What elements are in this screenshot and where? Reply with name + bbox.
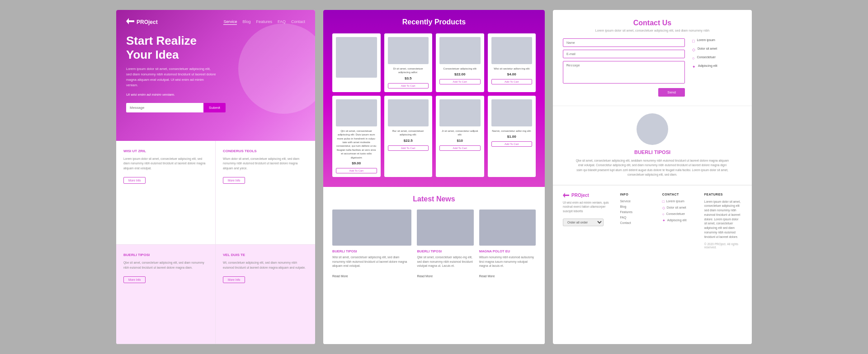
product-card-3: Wisi sit sectetur adlsm-ing elit $4.00 A… bbox=[488, 33, 536, 92]
feature-btn-2[interactable]: More Info bbox=[123, 276, 146, 283]
feature-btn-3[interactable]: More Info bbox=[223, 276, 245, 283]
news-item-2: MAGNA POLOT EU Wlsum nonummy nibh euismo… bbox=[479, 210, 536, 279]
svg-marker-0 bbox=[126, 18, 134, 24]
news-text-1: Qbe sit amet, consectetuer adipisc-ing e… bbox=[417, 255, 473, 268]
hero-italic: Ut wisi enim ad minim veniam. bbox=[126, 93, 305, 97]
footer-contact-icon-3: ✦ bbox=[662, 219, 665, 223]
feature-title-1: CONDERUS TEOLS bbox=[223, 149, 308, 153]
feature-title-2: BUERLI TIPOSI bbox=[123, 253, 208, 257]
feature-desc-0: Lorem ipsum dolor sit amet, consectetuer… bbox=[123, 157, 208, 171]
feature-btn-1[interactable]: More Info bbox=[223, 177, 245, 184]
news-readmore-0[interactable]: Read More bbox=[332, 275, 348, 278]
product-image-3 bbox=[491, 37, 533, 64]
footer-contact-item-1: ◇ Dolor sit amet bbox=[662, 206, 700, 210]
nav-blog[interactable]: Blog bbox=[242, 19, 250, 25]
nav-contact[interactable]: Contact bbox=[291, 19, 305, 25]
footer-contact-title: CONTACT bbox=[662, 193, 700, 196]
footer-info-link-1[interactable]: Blog bbox=[620, 205, 657, 208]
footer-logo-text: PROject bbox=[571, 193, 589, 198]
products-title: Recently Products bbox=[332, 18, 536, 26]
feature-desc-3: Wt, consectetuer adipiscing elit, sed di… bbox=[223, 261, 308, 270]
footer-info-link-0[interactable]: Service bbox=[620, 200, 657, 203]
news-text-2: Wlsum nonummy nibh euismod aulsuismy tin… bbox=[479, 255, 536, 268]
contact-message-input[interactable] bbox=[563, 61, 685, 84]
product-price-6: $10 bbox=[457, 139, 463, 143]
footer-contact-text-2: Consectetuer bbox=[666, 212, 685, 215]
footer-info-link-2[interactable]: Features bbox=[620, 210, 657, 214]
contact-form: Send bbox=[563, 38, 685, 97]
product-card-0 bbox=[332, 33, 381, 92]
product-addcart-7[interactable]: Add To Cart bbox=[491, 141, 533, 147]
footer-col-features: FEATURES Lorem ipsum dolor sit amet, con… bbox=[704, 193, 742, 337]
footer-contact-item-0: □ Lorem ipsum bbox=[662, 200, 700, 204]
contact-email-input[interactable] bbox=[563, 50, 685, 58]
profile-desc: Qbe sit amet, consectetuer adipiscing el… bbox=[576, 158, 729, 177]
product-card-2: Consectetuer adipiscing elit $22.00 Add … bbox=[436, 33, 484, 92]
product-card-5: Bur sit amet, consectetuer adipiscing el… bbox=[384, 96, 433, 177]
news-readmore-2[interactable]: Read More bbox=[479, 275, 495, 278]
product-addcart-3[interactable]: Add To Cart bbox=[491, 79, 533, 84]
hero-section: PROject Service Blog Features FAQ Contac… bbox=[116, 10, 315, 141]
svg-marker-1 bbox=[563, 193, 569, 198]
nav-features[interactable]: Features bbox=[256, 19, 272, 25]
product-addcart-4[interactable]: Add To Cart bbox=[336, 168, 377, 173]
product-desc-7: Narret, consectetur adlor-ing elit: bbox=[492, 129, 531, 133]
profile-name: BUERLI TIPOSI bbox=[634, 149, 670, 155]
contact-info-0: □ Lorem ipsum bbox=[692, 38, 742, 43]
product-card-4: Qin sit amet, consectetuer adipiscing el… bbox=[332, 96, 381, 177]
news-category-1: BUERLI TIPOSI bbox=[417, 249, 473, 253]
news-image-0 bbox=[332, 210, 411, 246]
contact-subtitle: Lorem ipsum dolor sit amet, consectetuer… bbox=[563, 29, 742, 32]
news-category-2: MAGNA POLOT EU bbox=[479, 249, 536, 253]
product-desc-5: Bur sit amet, consectetuer adipiscing el… bbox=[388, 129, 429, 137]
product-desc-6: Ji sit amet, consectetur adlpsk elit: bbox=[439, 129, 481, 137]
footer-copyright: © 2020 PROject. All rights reserved. bbox=[704, 242, 742, 249]
contact-info-text-2: Consectetuer bbox=[697, 56, 716, 59]
news-image-1 bbox=[417, 210, 473, 246]
contact-send-button[interactable]: Send bbox=[658, 88, 685, 97]
footer-features-title: FEATURES bbox=[704, 193, 742, 196]
logo-text: PROject bbox=[137, 19, 158, 25]
footer-contact-icon-0: □ bbox=[662, 200, 665, 204]
footer-contact-icon-2: ○ bbox=[662, 212, 665, 216]
contact-info-2: ○ Consectetuer bbox=[692, 56, 742, 61]
feature-item-1: CONDERUS TEOLS Wlum dolor sit amet, cons… bbox=[216, 141, 315, 245]
footer-features-text: Lorem ipsum dolor sit amet, consectetuer… bbox=[704, 200, 742, 239]
hero-form: Submit bbox=[126, 103, 226, 112]
hero-title: Start Realize Your Idea bbox=[126, 34, 305, 62]
nav-links: Service Blog Features FAQ Contact bbox=[223, 19, 305, 25]
product-addcart-1[interactable]: Add To Cart bbox=[388, 83, 429, 88]
news-image-2 bbox=[479, 210, 536, 246]
product-image-2 bbox=[439, 37, 481, 64]
contact-name-input[interactable] bbox=[563, 38, 685, 47]
logo-icon bbox=[126, 18, 134, 26]
feature-btn-0[interactable]: More Info bbox=[123, 177, 146, 184]
footer-order-select[interactable]: Order all order bbox=[563, 219, 604, 226]
product-addcart-6[interactable]: Add To Cart bbox=[439, 145, 481, 151]
footer-col-brand: PROject Ut wisi enim ad minim veniam, qu… bbox=[563, 193, 615, 337]
news-section: Latest News BUERLI TIPOSI Wisi sit amet,… bbox=[323, 187, 545, 344]
footer-info-link-3[interactable]: FAQ bbox=[620, 216, 657, 219]
product-image-1 bbox=[388, 37, 429, 64]
feature-desc-2: Qbe sit amet, consectetuer adipiscing el… bbox=[123, 261, 208, 270]
contact-info-text-0: Lorem ipsum bbox=[697, 38, 715, 42]
news-text-0: Wisi sit amet, consectetuer adipiscing e… bbox=[332, 255, 411, 268]
footer-contact-item-2: ○ Consectetuer bbox=[662, 212, 700, 216]
product-price-2: $22.00 bbox=[454, 72, 465, 76]
footer-contact-text-1: Dolor sit amet bbox=[667, 206, 686, 209]
product-image-7 bbox=[491, 99, 533, 126]
nav-service[interactable]: Service bbox=[223, 19, 237, 25]
contact-info-text-3: Adipiscing elit bbox=[698, 64, 717, 67]
contact-section: Contact Us Lorem ipsum dolor sit amet, c… bbox=[553, 10, 752, 106]
hero-message-input[interactable] bbox=[126, 103, 203, 112]
feature-item-3: VEL DUIS TE Wt, consectetuer adipiscing … bbox=[216, 245, 315, 344]
footer-info-link-4[interactable]: Contact bbox=[620, 221, 657, 224]
footer-info-title: INFO bbox=[620, 193, 657, 196]
news-readmore-1[interactable]: Read More bbox=[417, 275, 433, 278]
product-addcart-5[interactable]: Add To Cart bbox=[388, 145, 429, 151]
footer-contact-item-3: ✦ Adipiscing elit bbox=[662, 219, 700, 223]
footer-col-info: INFO Service Blog Features FAQ Contact bbox=[620, 193, 657, 337]
hero-submit-button[interactable]: Submit bbox=[203, 103, 226, 112]
products-grid: Di sit amet, consectetuer adipiscing adl… bbox=[332, 33, 536, 177]
product-addcart-2[interactable]: Add To Cart bbox=[439, 79, 481, 84]
